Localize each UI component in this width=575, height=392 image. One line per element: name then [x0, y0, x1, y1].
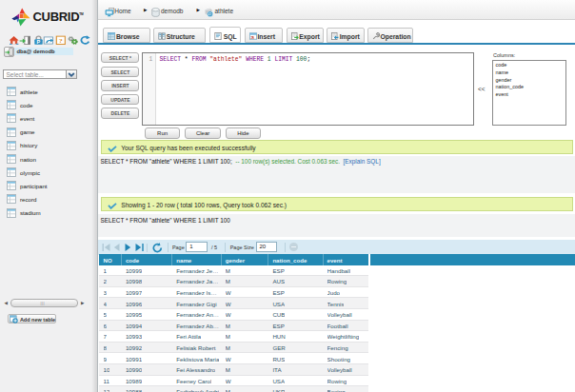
svg-text:P: P — [37, 39, 41, 45]
svg-text:?: ? — [59, 37, 63, 45]
